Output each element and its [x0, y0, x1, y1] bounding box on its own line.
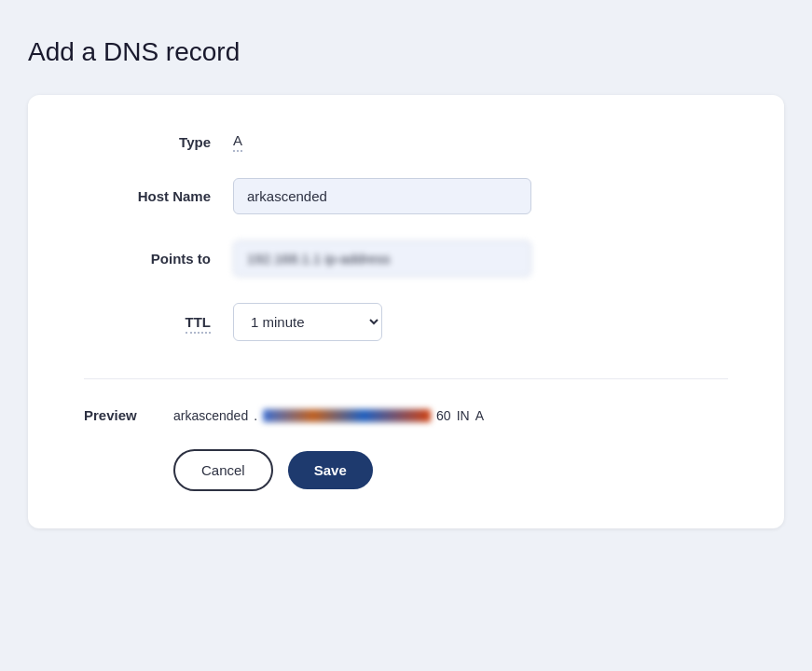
points-to-label: Points to — [84, 251, 233, 267]
cancel-button[interactable]: Cancel — [173, 449, 273, 491]
preview-separator: . — [254, 408, 257, 423]
preview-value: arkascended . 60 IN A — [173, 408, 484, 423]
type-row: Type A — [84, 132, 728, 152]
host-name-label: Host Name — [84, 188, 233, 204]
ttl-label: TTL — [84, 314, 233, 330]
preview-type: A — [475, 408, 484, 423]
preview-host: arkascended — [173, 408, 248, 423]
points-to-input[interactable] — [233, 240, 531, 277]
dns-record-card: Type A Host Name Points to TTL 1 minute — [28, 95, 784, 528]
form-section: Type A Host Name Points to TTL 1 minute — [84, 132, 728, 379]
host-name-input[interactable] — [233, 178, 531, 214]
points-to-row: Points to — [84, 240, 728, 277]
preview-section: Preview arkascended . 60 IN A — [84, 407, 728, 423]
save-button[interactable]: Save — [288, 451, 373, 489]
buttons-row: Cancel Save — [84, 449, 728, 491]
preview-ip-blurred — [263, 409, 431, 422]
host-name-row: Host Name — [84, 178, 728, 214]
type-label: Type — [84, 134, 233, 150]
preview-label: Preview — [84, 407, 158, 423]
page-container: Add a DNS record Type A Host Name Points… — [28, 37, 784, 528]
type-value: A — [233, 132, 242, 152]
page-title: Add a DNS record — [28, 37, 784, 67]
preview-ttl: 60 — [436, 408, 451, 423]
preview-class: IN — [457, 408, 470, 423]
ttl-row: TTL 1 minute 5 minutes 15 minutes 30 min… — [84, 303, 728, 341]
ttl-select[interactable]: 1 minute 5 minutes 15 minutes 30 minutes… — [233, 303, 382, 341]
